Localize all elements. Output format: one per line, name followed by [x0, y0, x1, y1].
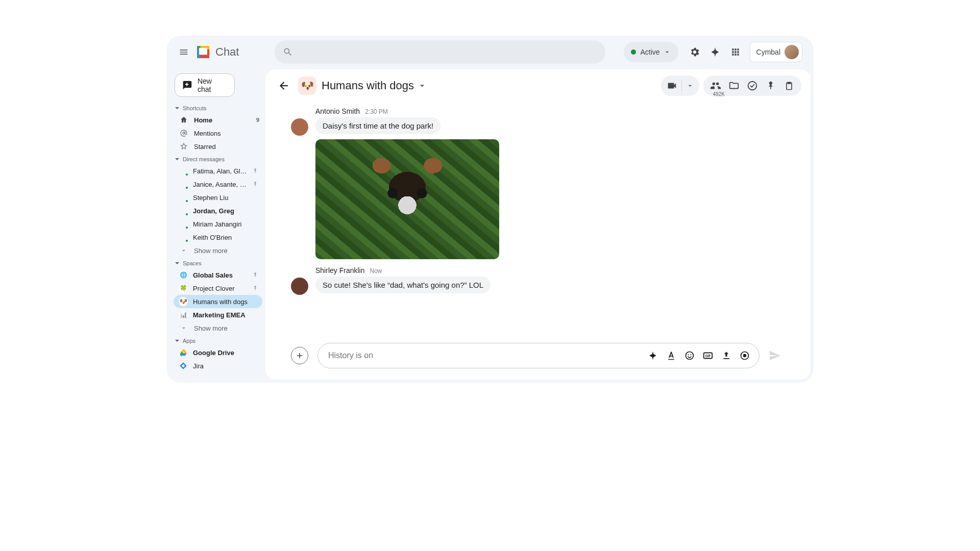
dm-item[interactable]: Janice, Asante, He...	[174, 178, 262, 191]
message: Shirley FranklinNowSo cute! She's like “…	[291, 266, 785, 295]
svg-point-5	[748, 82, 757, 90]
search-bar[interactable]	[275, 40, 605, 64]
gear-icon	[689, 46, 700, 58]
back-button[interactable]	[275, 77, 293, 95]
presence-dot-icon	[185, 226, 189, 230]
section-spaces-header[interactable]: Spaces	[174, 257, 262, 268]
svg-point-7	[688, 354, 689, 355]
message-avatar-icon	[291, 278, 308, 295]
upload-icon	[721, 350, 731, 361]
new-chat-button[interactable]: New chat	[175, 73, 235, 97]
message-input[interactable]	[328, 351, 644, 360]
apps-launcher-button[interactable]	[725, 42, 746, 62]
send-icon	[769, 349, 781, 362]
shortcut-starred[interactable]: Starred	[174, 140, 262, 153]
dm-item[interactable]: Stephen Liu	[174, 191, 262, 204]
shortcut-home[interactable]: Home 9	[174, 113, 262, 127]
members-button[interactable]: 492K	[706, 77, 725, 95]
sparkle-icon	[709, 46, 721, 58]
dm-item[interactable]: Jordan, Greg	[174, 204, 262, 217]
composer-row: GIF	[265, 339, 811, 380]
space-item[interactable]: 🌐Global Sales	[174, 268, 262, 282]
space-avatar-icon: 📊	[179, 310, 188, 319]
space-item[interactable]: 🍀Project Clover	[174, 282, 262, 295]
space-label: Global Sales	[193, 271, 233, 279]
new-chat-label: New chat	[198, 77, 227, 93]
pin-button[interactable]	[762, 77, 780, 95]
attach-menu-button[interactable]	[291, 347, 308, 364]
tasks-button[interactable]	[743, 77, 762, 95]
space-avatar-icon: 🌐	[179, 270, 188, 280]
presence-dot-icon	[185, 239, 189, 243]
app-icon	[179, 348, 188, 357]
message-list: Antonio Smith2:30 PMDaisy's first time a…	[265, 102, 811, 339]
spaces-show-more[interactable]: Show more	[174, 321, 262, 335]
chevron-down-icon	[180, 247, 187, 254]
pinned-indicator	[251, 168, 259, 174]
app-label: Jira	[193, 362, 204, 370]
gif-icon: GIF	[702, 350, 714, 361]
clipboard-icon	[784, 81, 794, 91]
folder-icon	[728, 80, 740, 91]
image-attachment[interactable]	[315, 139, 499, 259]
files-button[interactable]	[725, 77, 743, 95]
section-shortcuts-header[interactable]: Shortcuts	[174, 102, 262, 113]
video-icon	[666, 80, 677, 91]
section-apps-header[interactable]: Apps	[174, 335, 262, 346]
presence-dot-icon	[631, 49, 636, 55]
dm-item[interactable]: Miriam Jahangiri	[174, 217, 262, 231]
account-switcher[interactable]: Cymbal	[750, 42, 802, 62]
app-item[interactable]: Jira	[174, 359, 262, 372]
space-item[interactable]: 🐶Humans with dogs	[174, 295, 262, 308]
presence-selector[interactable]: Active	[624, 42, 678, 62]
pinned-indicator	[251, 181, 259, 187]
search-input[interactable]	[298, 47, 597, 57]
ai-compose-button[interactable]	[644, 346, 662, 365]
presence-dot-icon	[185, 199, 189, 203]
space-item[interactable]: 📊Marketing EMEA	[174, 308, 262, 321]
shortcut-mentions[interactable]: Mentions	[174, 127, 262, 140]
pin-icon	[252, 168, 258, 174]
dm-label: Janice, Asante, He...	[193, 181, 247, 188]
gemini-button[interactable]	[705, 42, 725, 62]
message-bubble[interactable]: Daisy's first time at the dog park!	[315, 117, 440, 134]
format-button[interactable]	[662, 346, 680, 365]
upload-button[interactable]	[717, 346, 736, 365]
chevron-down-icon	[663, 48, 671, 56]
clipboard-button[interactable]	[780, 77, 798, 95]
dms-show-more-label: Show more	[194, 247, 228, 255]
member-count: 492K	[712, 91, 726, 97]
app-item[interactable]: Google Drive	[174, 346, 262, 359]
gif-button[interactable]: GIF	[699, 346, 717, 365]
room-title-text: Humans with dogs	[322, 79, 414, 92]
app-window: Chat Active	[166, 36, 814, 383]
app-label: Google Drive	[193, 349, 234, 357]
space-label: Marketing EMEA	[193, 311, 246, 319]
dm-item[interactable]: Keith O'Brien	[174, 231, 262, 244]
collapse-triangle-icon	[175, 338, 180, 343]
at-icon	[180, 129, 188, 137]
record-button[interactable]	[736, 346, 754, 365]
app-logo-block: Chat	[195, 44, 275, 60]
dms-show-more[interactable]: Show more	[174, 244, 262, 257]
arrow-left-icon	[278, 80, 290, 92]
hamburger-menu-icon[interactable]	[178, 46, 190, 58]
people-icon	[710, 80, 721, 91]
message-author: Shirley Franklin	[315, 266, 364, 274]
message-composer[interactable]: GIF	[317, 343, 760, 368]
main-panel: 🐶 Humans with dogs	[265, 69, 811, 380]
message-bubble[interactable]: So cute! She's like “dad, what's going o…	[315, 277, 491, 293]
pin-icon	[252, 181, 258, 187]
home-icon	[180, 116, 188, 124]
dm-item[interactable]: Fatima, Alan, Glo...	[174, 164, 262, 178]
svg-point-6	[686, 352, 694, 360]
room-title-button[interactable]: Humans with dogs	[322, 79, 427, 92]
text-format-icon	[666, 350, 676, 361]
presence-dot-icon	[185, 186, 189, 190]
settings-button[interactable]	[684, 42, 705, 62]
message-time: 2:30 PM	[365, 108, 388, 115]
video-call-menu[interactable]	[661, 76, 699, 96]
emoji-button[interactable]	[680, 346, 699, 365]
send-button[interactable]	[765, 345, 785, 366]
section-dms-header[interactable]: Direct messages	[174, 153, 262, 164]
